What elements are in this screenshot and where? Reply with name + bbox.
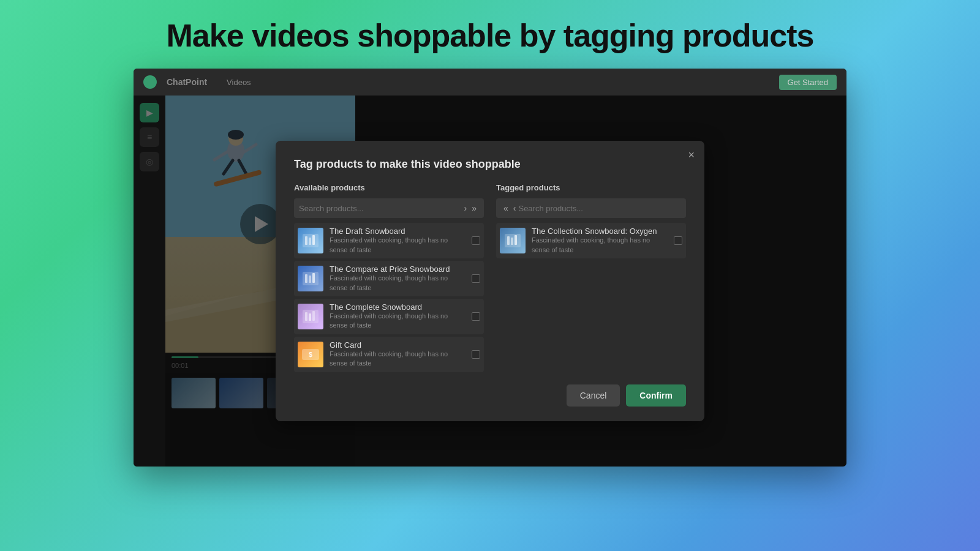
product-name: The Compare at Price Snowboard	[330, 264, 466, 274]
dialog-footer: Cancel Confirm	[294, 384, 686, 407]
product-checkbox[interactable]	[674, 236, 682, 245]
search-next-btn[interactable]: ›	[462, 202, 470, 214]
dialog-columns: Available products › »	[294, 183, 686, 372]
product-name: The Collection Snowboard: Oxygen	[532, 227, 668, 236]
product-name: The Complete Snowboard	[330, 302, 466, 312]
product-info: The Complete Snowboard Fascinated with c…	[330, 302, 466, 331]
product-desc: Fascinated with cooking, though has no s…	[330, 312, 466, 331]
svg-rect-22	[312, 311, 315, 321]
search-prev-btn[interactable]: ‹	[511, 202, 519, 214]
product-item[interactable]: The Draft Snowboard Fascinated with cook…	[294, 223, 484, 258]
available-search-bar[interactable]: › »	[294, 198, 484, 218]
product-thumbnail	[298, 266, 323, 291]
product-desc: Fascinated with cooking, though has no s…	[330, 236, 466, 255]
product-item[interactable]: $ Gift Card Fascinated with cooking, tho…	[294, 337, 484, 372]
tagged-search-input[interactable]	[518, 204, 681, 213]
product-thumbnail	[298, 228, 323, 253]
dialog-overlay: × Tag products to make this video shoppa…	[134, 96, 846, 467]
app-cta-button[interactable]: Get Started	[779, 75, 837, 90]
app-nav: Videos	[227, 78, 251, 87]
svg-rect-16	[305, 274, 307, 283]
product-thumbnail	[298, 304, 323, 329]
available-product-list: The Draft Snowboard Fascinated with cook…	[294, 223, 484, 372]
tagged-products-header: Tagged products	[496, 183, 686, 192]
product-checkbox[interactable]	[472, 312, 480, 321]
search-first-btn[interactable]: «	[501, 202, 511, 214]
available-products-header: Available products	[294, 183, 484, 192]
product-thumbnail: $	[298, 342, 323, 367]
dialog-title: Tag products to make this video shoppabl…	[294, 158, 686, 171]
svg-rect-18	[312, 273, 315, 283]
svg-rect-14	[312, 235, 315, 245]
tag-products-dialog: × Tag products to make this video shoppa…	[276, 141, 704, 421]
product-info: Gift Card Fascinated with cooking, thoug…	[330, 340, 466, 369]
product-desc: Fascinated with cooking, though has no s…	[330, 274, 466, 293]
svg-rect-27	[511, 238, 513, 245]
svg-rect-13	[309, 238, 311, 245]
available-products-col: Available products › »	[294, 183, 484, 372]
svg-text:$: $	[309, 351, 312, 358]
svg-rect-20	[305, 312, 307, 321]
svg-rect-17	[309, 276, 311, 283]
product-info: The Draft Snowboard Fascinated with cook…	[330, 227, 466, 255]
cancel-button[interactable]: Cancel	[567, 384, 620, 407]
svg-rect-21	[309, 313, 311, 321]
product-item[interactable]: The Complete Snowboard Fascinated with c…	[294, 299, 484, 334]
product-item[interactable]: The Compare at Price Snowboard Fascinate…	[294, 261, 484, 296]
product-thumbnail	[500, 228, 526, 253]
product-desc: Fascinated with cooking, though has no s…	[330, 350, 466, 369]
tagged-product-list: The Collection Snowboard: Oxygen Fascina…	[496, 223, 686, 258]
app-name: ChatPoint	[167, 77, 207, 87]
svg-rect-26	[507, 236, 510, 245]
product-name: The Draft Snowboard	[330, 227, 466, 236]
svg-rect-12	[305, 236, 307, 245]
tagged-products-col: Tagged products « ‹	[496, 183, 686, 372]
product-checkbox[interactable]	[472, 350, 480, 359]
product-info: The Compare at Price Snowboard Fascinate…	[330, 264, 466, 293]
confirm-button[interactable]: Confirm	[626, 384, 686, 407]
product-info: The Collection Snowboard: Oxygen Fascina…	[532, 227, 668, 255]
close-button[interactable]: ×	[688, 149, 695, 160]
app-topbar: ChatPoint Videos Get Started	[134, 69, 846, 96]
available-search-input[interactable]	[299, 204, 462, 213]
page-title: Make videos shoppable by tagging product…	[167, 17, 814, 54]
tagged-product-item[interactable]: The Collection Snowboard: Oxygen Fascina…	[496, 223, 686, 258]
product-desc: Fascinated with cooking, though has no s…	[532, 236, 668, 255]
app-logo-icon	[143, 75, 157, 89]
app-window: ChatPoint Videos Get Started ▶ ≡ ◎	[134, 69, 846, 467]
product-name: Gift Card	[330, 340, 466, 350]
svg-rect-28	[514, 235, 517, 245]
product-checkbox[interactable]	[472, 274, 480, 283]
tagged-search-bar[interactable]: « ‹	[496, 198, 686, 218]
product-checkbox[interactable]	[472, 236, 480, 245]
search-last-btn[interactable]: »	[469, 202, 479, 214]
app-main: ▶ ≡ ◎	[134, 96, 846, 467]
